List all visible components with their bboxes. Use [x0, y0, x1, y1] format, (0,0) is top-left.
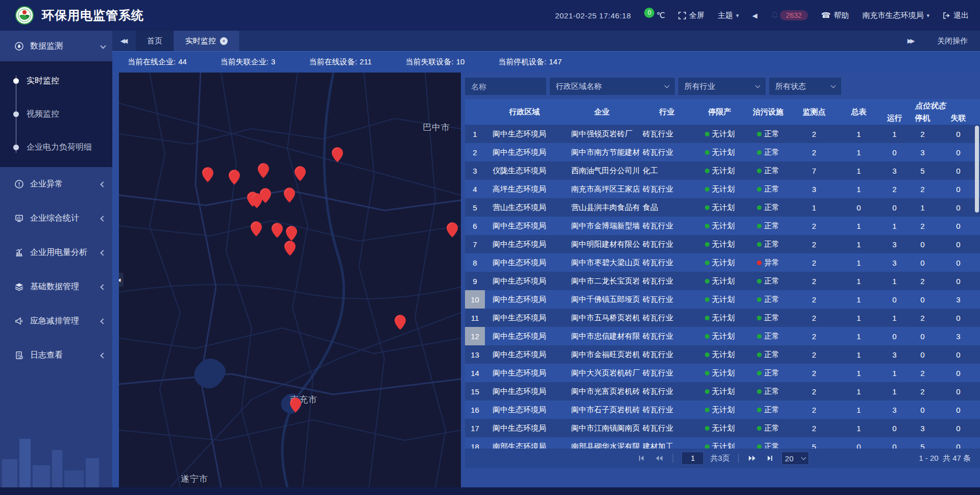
- pagination-range-label: 1 - 20 共 47 条: [919, 454, 980, 463]
- sidebar-item-electricity-analysis[interactable]: 企业用电量分析: [0, 235, 112, 270]
- status-dot-icon: [757, 334, 762, 339]
- sidebar-subitem[interactable]: 实时监控: [0, 64, 112, 98]
- table-row[interactable]: 3 仪陇生态环境局 西南油气田分公司川中 化工 无计划 正常 7 1 3 5 0: [465, 161, 980, 180]
- map-pin[interactable]: [251, 221, 262, 237]
- panel-collapse-handle[interactable]: ◀: [119, 273, 124, 287]
- cell-lost: 0: [937, 130, 980, 138]
- map-pin[interactable]: [447, 222, 458, 238]
- table-row[interactable]: 9 阆中生态环境局 阆中市二龙长宝页岩砖 砖瓦行业 无计划 正常 2 1 1 2: [465, 272, 980, 290]
- cell-facility: 正常: [764, 405, 779, 415]
- tab-scroll-left-button[interactable]: ◀◀: [112, 31, 136, 51]
- table-row[interactable]: 2 阆中生态环境局 阆中市南方节能建材有 砖瓦行业 无计划 正常 2 1 0 3: [465, 143, 980, 161]
- tab-scroll-right-button[interactable]: ▶▶: [899, 37, 923, 44]
- industry-select[interactable]: 所有行业: [678, 78, 766, 95]
- cell-company: 阆中千佛镇五郎垭页岩: [564, 295, 640, 304]
- map-pin[interactable]: [260, 188, 271, 203]
- table-row[interactable]: 6 阆中生态环境局 阆中市金博瑞新型墙材 砖瓦行业 无计划 正常 2 1 1 2: [465, 217, 980, 235]
- col-header-stopped: 停机: [909, 113, 937, 123]
- cell-monitor-points: 3: [791, 185, 837, 194]
- table-row[interactable]: 11 阆中生态环境局 阆中市五马桥页岩机砖 砖瓦行业 无计划 正常 2 1 1 …: [465, 309, 980, 327]
- status-select[interactable]: 所有状态: [769, 78, 841, 95]
- map-pin[interactable]: [202, 167, 213, 182]
- sidebar-item-data-monitoring[interactable]: 数据监测: [0, 31, 112, 61]
- theme-dropdown[interactable]: 主题▾: [718, 11, 739, 20]
- cell-total-meter: 1: [837, 130, 880, 138]
- map-pin[interactable]: [284, 187, 295, 203]
- map[interactable]: 巴中市 南充市 遂宁市: [119, 73, 461, 487]
- cell-industry: 砖瓦行业: [640, 221, 694, 231]
- pagination-prev-button[interactable]: [653, 453, 665, 464]
- status-dot-icon: [757, 389, 762, 394]
- table-row[interactable]: 10 阆中生态环境局 阆中千佛镇五郎垭页岩 砖瓦行业 无计划 正常 2 1 0 …: [465, 290, 980, 309]
- cell-monitor-points: 2: [791, 406, 837, 414]
- pagination-last-button[interactable]: [764, 453, 775, 464]
- map-pin[interactable]: [286, 226, 297, 241]
- tab-realtime-monitoring[interactable]: 实时监控 ×: [174, 31, 239, 51]
- table-row[interactable]: 13 阆中生态环境局 阆中市金福旺页岩机砖 砖瓦行业 无计划 正常 2 1 3 …: [465, 345, 980, 364]
- notifications[interactable]: 2632: [771, 10, 808, 20]
- map-pin[interactable]: [272, 223, 283, 238]
- sidebar-item-basic-data[interactable]: 基础数据管理: [0, 270, 112, 304]
- cell-monitor-points: 2: [791, 332, 837, 341]
- table-row[interactable]: 14 阆中生态环境局 阆中大兴页岩机砖厂 砖瓦行业 无计划 正常 2 1 1 2: [465, 364, 980, 382]
- cell-region: 阆中生态环境局: [485, 148, 564, 157]
- map-pin[interactable]: [295, 166, 306, 181]
- cell-total-meter: 1: [837, 406, 880, 414]
- map-pin[interactable]: [284, 241, 296, 256]
- page-number-input[interactable]: [681, 452, 704, 465]
- cell-region: 阆中生态环境局: [485, 387, 564, 396]
- logout-button[interactable]: 退出: [943, 11, 969, 20]
- stat-item: 当前停机设备:147: [498, 57, 561, 67]
- tab-close-icon[interactable]: ×: [220, 37, 228, 45]
- cell-lost: 0: [937, 387, 980, 396]
- mute-button[interactable]: ◀: [752, 12, 757, 19]
- alert-circle-icon: [14, 179, 24, 189]
- table-row[interactable]: 12 阆中生态环境局 阆中市忠信建材有限公 砖瓦行业 无计划 正常 2 1 0 …: [465, 327, 980, 345]
- cell-company: 南部县砌华水泥有限公: [564, 442, 640, 449]
- cell-stopped: 2: [909, 387, 937, 396]
- org-dropdown[interactable]: 南充市生态环境局▾: [862, 11, 929, 20]
- fullscreen-button[interactable]: 全屏: [678, 11, 704, 20]
- map-pin[interactable]: [332, 147, 343, 162]
- table-row[interactable]: 8 阆中生态环境局 阆中市枣碧大梁山页岩 砖瓦行业 无计划 异常 2 1 3 0: [465, 253, 980, 272]
- table-row[interactable]: 18 南部生态环境局 南部县砌华水泥有限公 建材加工 无计划 正常 5 0 0 …: [465, 437, 980, 449]
- page-size-select[interactable]: 20: [781, 452, 809, 465]
- sidebar-subitem[interactable]: 视频监控: [0, 98, 112, 131]
- table-row[interactable]: 15 阆中生态环境局 阆中市光富页岩机砖厂 砖瓦行业 无计划 正常 2 1 1 …: [465, 382, 980, 400]
- sidebar-subitem[interactable]: 企业电力负荷明细: [0, 131, 112, 164]
- map-pin[interactable]: [395, 315, 406, 330]
- col-header-company: 企业: [564, 107, 640, 117]
- table-row[interactable]: 4 高坪生态环境局 南充市高坪区王家店建 砖瓦行业 无计划 正常 3 1 2 2: [465, 180, 980, 198]
- region-select[interactable]: 行政区域名称: [550, 78, 675, 95]
- table-row[interactable]: 17 阆中生态环境局 阆中市江南镇阆南页岩 砖瓦行业 无计划 正常 2 1 0 …: [465, 419, 980, 437]
- table-row[interactable]: 1 阆中生态环境局 阆中强锐页岩砖厂 砖瓦行业 无计划 正常 2 1 1 2 0: [465, 125, 980, 143]
- cell-lost: 0: [937, 442, 980, 449]
- cell-stop-limit: 无计划: [712, 258, 735, 268]
- map-pin[interactable]: [258, 163, 269, 178]
- cell-industry: 砖瓦行业: [640, 350, 694, 360]
- map-pin[interactable]: [229, 170, 240, 185]
- tab-home[interactable]: 首页: [136, 31, 174, 51]
- col-header-total-meter: 总表: [837, 107, 880, 117]
- cell-stopped: 2: [909, 314, 937, 322]
- sidebar-item-enterprise-statistics[interactable]: 企业综合统计: [0, 201, 112, 235]
- table-row[interactable]: 7 阆中生态环境局 阆中明阳建材有限公司 砖瓦行业 无计划 正常 2 1 3 0: [465, 235, 980, 253]
- map-pin[interactable]: [290, 397, 301, 413]
- table-scrollbar[interactable]: [975, 126, 979, 213]
- sidebar-item-emergency-reduction[interactable]: 应急减排管理: [0, 304, 112, 338]
- name-search-input[interactable]: [465, 78, 546, 95]
- pin-icon: [258, 163, 269, 178]
- sidebar-item-log-view[interactable]: 日志查看: [0, 338, 112, 372]
- pagination-next-button[interactable]: [747, 453, 758, 464]
- pagination-first-button[interactable]: [636, 453, 647, 464]
- row-number: 2: [465, 143, 485, 161]
- table-row[interactable]: 5 营山生态环境局 营山县润丰肉食品有限 食品 无计划 正常 1 0 0 1 0: [465, 198, 980, 217]
- table-row[interactable]: 16 阆中生态环境局 阆中市石子页岩机砖厂 砖瓦行业 无计划 正常 2 1 3 …: [465, 400, 980, 419]
- cell-stop-limit: 无计划: [712, 423, 735, 433]
- sidebar-item-enterprise-abnormal[interactable]: 企业异常: [0, 167, 112, 201]
- cell-industry: 砖瓦行业: [640, 184, 694, 194]
- help-button[interactable]: ☎ 帮助: [821, 11, 849, 20]
- close-operations-button[interactable]: 关闭操作: [937, 36, 968, 46]
- cell-industry: 化工: [640, 166, 694, 176]
- cell-industry: 砖瓦行业: [640, 332, 694, 341]
